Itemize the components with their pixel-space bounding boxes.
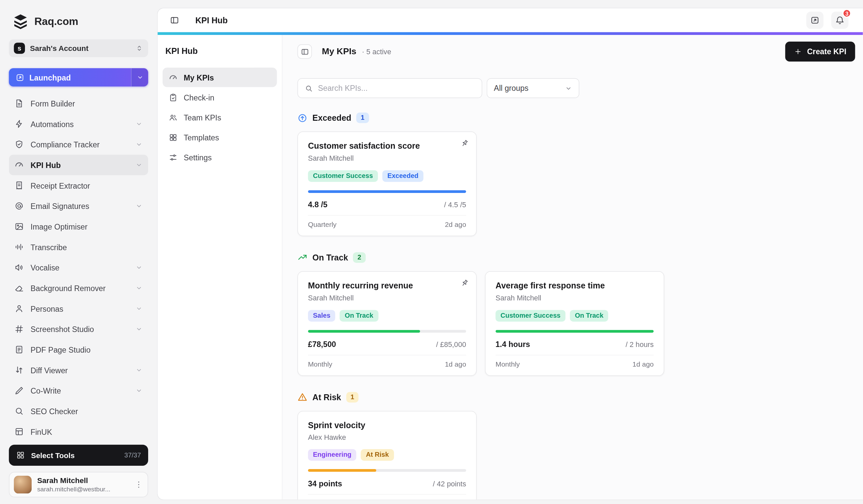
subnav-item-templates[interactable]: Templates xyxy=(162,127,277,147)
sidebar-item-transcribe[interactable]: Transcribe xyxy=(9,237,148,258)
select-tools-button[interactable]: Select Tools 37/37 xyxy=(9,445,148,466)
tag-engineering: Engineering xyxy=(308,449,357,461)
section-title: Exceeded xyxy=(312,113,351,122)
subnav-title: KPI Hub xyxy=(165,46,277,55)
subnav-item-settings[interactable]: Settings xyxy=(162,147,277,167)
kpi-value: £78,500 xyxy=(308,340,336,349)
section-at-risk: At Risk 1 Sprint velocity Alex Hawke Eng… xyxy=(297,392,855,500)
trending-up-icon xyxy=(297,253,307,262)
kpi-card-title: Sprint velocity xyxy=(308,420,466,430)
kpi-value: 34 points xyxy=(308,479,342,488)
sidebar-item-email-signatures[interactable]: Email Signatures xyxy=(9,196,148,216)
hash-icon xyxy=(14,324,24,334)
kpi-updated: 1d ago xyxy=(445,360,466,368)
kpi-card[interactable]: Sprint velocity Alex Hawke Engineering A… xyxy=(297,411,476,500)
sidebar-item-label: Background Remover xyxy=(30,284,106,293)
progress-fill xyxy=(308,330,420,332)
kpi-value: 4.8 /5 xyxy=(308,200,327,209)
user-name: Sarah Mitchell xyxy=(37,476,129,485)
sidebar-item-label: Personas xyxy=(30,304,64,313)
gauge-icon xyxy=(169,73,178,82)
sidebar-item-automations[interactable]: Automations xyxy=(9,114,148,134)
zap-icon xyxy=(14,119,24,128)
chevron-down-icon xyxy=(136,120,143,128)
section-on-track: On Track 2 Monthly recurring revenue Sar… xyxy=(297,252,855,376)
kpi-card-title: Customer satisfaction score xyxy=(308,141,466,151)
section-count-badge: 2 xyxy=(353,252,366,263)
subnav-item-label: Settings xyxy=(184,153,212,162)
kpi-card-title: Monthly recurring revenue xyxy=(308,281,466,291)
sidebar-item-vocalise[interactable]: Vocalise xyxy=(9,257,148,278)
sidebar-item-diff-viewer[interactable]: Diff Viewer xyxy=(9,360,148,380)
launchpad-button[interactable]: Launchpad xyxy=(9,68,148,87)
tag-exceeded: Exceeded xyxy=(382,170,423,182)
group-filter-value: All groups xyxy=(494,84,528,93)
subnav-item-team-kpis[interactable]: Team KPIs xyxy=(162,107,277,127)
sidebar-item-pdf-page-studio[interactable]: PDF Page Studio xyxy=(9,339,148,360)
kpi-cadence: Monthly xyxy=(496,360,520,368)
topbar: KPI Hub 3 xyxy=(158,8,863,32)
progress-fill xyxy=(308,469,376,472)
kpi-card-title: Average first response time xyxy=(496,281,653,291)
clipboard-check-icon xyxy=(169,93,178,102)
active-count: · 5 active xyxy=(362,48,391,56)
tag-customer-success: Customer Success xyxy=(496,310,565,321)
pin-icon[interactable] xyxy=(460,139,469,148)
sidebar-item-label: Diff Viewer xyxy=(30,366,68,375)
progress-bar xyxy=(308,190,466,193)
sidebar-item-image-optimiser[interactable]: Image Optimiser xyxy=(9,216,148,237)
kpi-card[interactable]: Average first response time Sarah Mitche… xyxy=(485,271,664,376)
sidebar-item-background-remover[interactable]: Background Remover xyxy=(9,278,148,298)
chevron-down-icon xyxy=(136,325,143,333)
sidebar-item-co-write[interactable]: Co-Write xyxy=(9,380,148,401)
kpi-card[interactable]: Monthly recurring revenue Sarah Mitchell… xyxy=(297,271,476,376)
user-profile[interactable]: Sarah Mitchell sarah.mitchell@westbur... xyxy=(9,472,148,497)
search-input[interactable] xyxy=(318,84,475,93)
sidebar-item-compliance-tracker[interactable]: Compliance Tracker xyxy=(9,134,148,155)
more-options-icon[interactable] xyxy=(134,480,143,489)
subnav-item-label: Team KPIs xyxy=(184,113,222,122)
sidebar-item-screenshot-studio[interactable]: Screenshot Studio xyxy=(9,319,148,339)
sidebar-item-label: Co-Write xyxy=(30,386,61,395)
create-kpi-button[interactable]: Create KPI xyxy=(785,42,855,62)
sidebar-item-label: Image Optimiser xyxy=(30,222,88,231)
app: Raq.com s Sarah's Account Launchpad xyxy=(0,0,863,504)
plus-icon xyxy=(795,48,802,55)
sidebar-toggle-button[interactable] xyxy=(167,13,182,28)
sidebar-item-seo-checker[interactable]: SEO Checker xyxy=(9,401,148,422)
sidebar-item-label: SEO Checker xyxy=(30,407,78,416)
sidebar-item-label: Transcribe xyxy=(30,243,67,251)
subnav-item-check-in[interactable]: Check-in xyxy=(162,88,277,107)
content-title: My KPIs xyxy=(322,47,357,56)
kpi-card[interactable]: Customer satisfaction score Sarah Mitche… xyxy=(297,131,476,236)
notifications-button[interactable]: 3 xyxy=(831,12,849,29)
account-label: Sarah's Account xyxy=(30,44,130,53)
gauge-icon xyxy=(14,160,24,170)
share-button[interactable] xyxy=(806,12,824,29)
chevron-down-icon[interactable] xyxy=(131,68,148,87)
brand-name: Raq.com xyxy=(34,16,78,28)
sidebar-nav: Form Builder Automations Compliance Trac… xyxy=(9,93,148,445)
sidebar-item-personas[interactable]: Personas xyxy=(9,298,148,319)
sidebar-item-kpi-hub[interactable]: KPI Hub xyxy=(9,155,148,175)
kpi-card-owner: Sarah Mitchell xyxy=(308,294,466,302)
sidebar-item-label: Receipt Extractor xyxy=(30,181,90,190)
users-icon xyxy=(169,113,178,122)
group-filter-select[interactable]: All groups xyxy=(487,78,579,98)
pin-icon[interactable] xyxy=(460,279,469,288)
logo: Raq.com xyxy=(9,7,148,34)
user-email: sarah.mitchell@westbur... xyxy=(37,485,129,493)
launchpad-icon xyxy=(16,73,25,82)
account-switcher[interactable]: s Sarah's Account xyxy=(9,39,148,57)
sidebar-item-form-builder[interactable]: Form Builder xyxy=(9,93,148,114)
chevron-down-icon xyxy=(136,264,143,271)
sidebar-item-finuk[interactable]: FinUK xyxy=(9,422,148,442)
kpi-cadence: Monthly xyxy=(308,360,332,368)
search-box[interactable] xyxy=(297,78,482,98)
panel-toggle-button[interactable] xyxy=(297,44,312,59)
subnav-item-my-kpis[interactable]: My KPIs xyxy=(162,67,277,87)
main-panel: KPI Hub 3 KPI Hub My KPIs xyxy=(157,8,863,500)
chevron-down-icon xyxy=(565,85,572,92)
filter-row: All groups xyxy=(297,78,855,98)
sidebar-item-receipt-extractor[interactable]: Receipt Extractor xyxy=(9,175,148,196)
